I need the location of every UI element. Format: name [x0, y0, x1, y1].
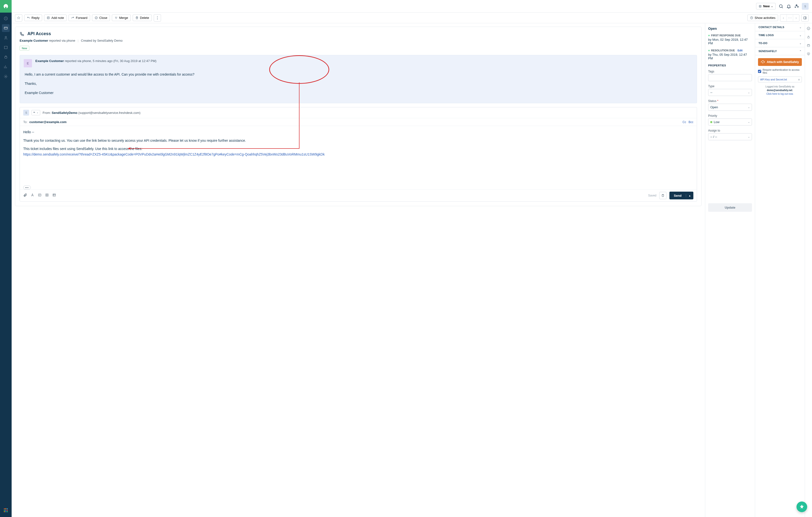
svg-point-4 — [5, 76, 6, 77]
svg-rect-14 — [808, 37, 810, 38]
lock-icon[interactable] — [807, 35, 810, 40]
ticket-status-label: Open — [708, 27, 752, 30]
priority-select[interactable]: Low⌄ — [708, 118, 752, 126]
shield-icon[interactable] — [807, 52, 810, 57]
update-button[interactable]: Update — [708, 203, 752, 212]
svg-rect-7 — [47, 17, 49, 19]
knowledge-base-icon[interactable] — [45, 193, 49, 198]
to-field[interactable]: customer@example.com — [29, 120, 66, 124]
nav-solutions[interactable] — [2, 44, 10, 51]
calendar-icon[interactable] — [807, 44, 810, 48]
reply-button[interactable]: Reply — [24, 15, 42, 21]
more-button[interactable]: ⋮ — [154, 14, 161, 22]
svg-rect-11 — [38, 194, 41, 196]
freshworks-launcher[interactable] — [796, 501, 807, 512]
ticket-main: API Access Example Customer reported via… — [11, 23, 705, 517]
status-dot — [708, 35, 710, 36]
add-note-button[interactable]: Add note — [44, 15, 66, 21]
toggle-sidepanel[interactable] — [801, 14, 809, 22]
attached-file[interactable]: API Key and Secret.txtx — [758, 77, 802, 82]
sendsafely-panel: Attach with SendSafely Require authentic… — [755, 55, 805, 99]
status-dot — [708, 50, 710, 51]
whats-new-icon[interactable] — [794, 4, 799, 9]
edit-resolution[interactable]: Edit — [737, 49, 743, 52]
user-avatar[interactable]: S — [802, 3, 809, 10]
send-caret[interactable]: ▲ — [686, 194, 693, 197]
ticket-toolbar: Reply Add note Forward Close Merge Delet… — [11, 12, 812, 23]
nav-apps[interactable] — [2, 506, 10, 514]
accordion-sendsafely[interactable]: SENDSAFELY⌃ — [755, 47, 805, 55]
nav-automations[interactable] — [2, 53, 10, 61]
reply-body[interactable]: Hello -- Thank you for contacting us. Yo… — [20, 126, 697, 184]
pager-dots[interactable]: ⋯ — [787, 15, 793, 21]
reported-via: reported via phone — [49, 39, 75, 43]
assign-select[interactable]: -- / --⌄ — [708, 133, 752, 140]
remove-file-icon[interactable]: x — [799, 78, 800, 81]
accordion-timelogs[interactable]: TIME LOGS⌄ — [755, 31, 805, 39]
svg-rect-16 — [808, 54, 809, 54]
table-icon[interactable] — [52, 193, 56, 198]
merge-button[interactable]: Merge — [112, 15, 131, 21]
svg-rect-1 — [4, 27, 7, 29]
accordion-todo[interactable]: TO-DO⌄ — [755, 39, 805, 47]
customer-name: Example Customer — [20, 39, 48, 43]
show-activities-button[interactable]: Show activities — [747, 15, 778, 21]
notification-icon[interactable] — [786, 4, 791, 9]
created-by: SendSafely Demo — [97, 39, 122, 43]
cc-button[interactable]: Cc — [683, 120, 686, 124]
cloud-upload-icon: Attach with SendSafely — [767, 60, 799, 64]
customer-avatar: E — [24, 59, 32, 67]
canned-response-icon[interactable] — [38, 193, 41, 198]
send-button[interactable]: Send ▲ — [669, 192, 693, 199]
svg-rect-3 — [5, 56, 7, 58]
search-icon[interactable] — [779, 4, 783, 9]
left-nav — [0, 0, 11, 517]
brand-icon[interactable] — [0, 0, 11, 12]
delete-button[interactable]: Delete — [133, 15, 152, 21]
sendsafely-login-info: Logged into SendSafely as demo@sendsafel… — [758, 85, 802, 96]
tags-input[interactable] — [708, 74, 752, 81]
close-button[interactable]: Close — [92, 15, 110, 21]
apps-panel: CONTACT DETAILS⌄ TIME LOGS⌄ TO-DO⌄ SENDS… — [755, 23, 805, 517]
reply-composer: S ⌄ From: SendSafelyDemo (support@sendsa… — [20, 107, 697, 201]
svg-rect-15 — [807, 45, 810, 47]
prev-ticket[interactable]: ‹ — [780, 15, 787, 21]
reply-type-button[interactable]: ⌄ — [31, 110, 40, 115]
bcc-button[interactable]: Bcc — [689, 120, 693, 124]
info-icon[interactable] — [807, 27, 810, 31]
require-auth-checkbox[interactable]: Require authentication to access files — [758, 68, 802, 74]
svg-rect-12 — [53, 194, 56, 196]
discard-button[interactable] — [659, 192, 667, 199]
svg-point-8 — [95, 17, 97, 19]
svg-point-6 — [779, 5, 782, 7]
right-strip — [805, 23, 812, 517]
nav-contacts[interactable] — [2, 34, 10, 42]
text-format-icon[interactable] — [30, 193, 34, 198]
next-ticket[interactable]: › — [793, 15, 799, 21]
header: New ⌄ S — [11, 0, 812, 12]
attach-icon[interactable] — [23, 193, 27, 198]
ticket-pager: ‹ ⋯ › — [780, 14, 800, 22]
type-select[interactable]: --⌄ — [708, 89, 752, 96]
nav-admin[interactable] — [2, 73, 10, 80]
svg-point-2 — [5, 36, 6, 38]
status-select[interactable]: Open⌄ — [708, 104, 752, 111]
new-button[interactable]: New ⌄ — [756, 3, 776, 9]
expand-quoted[interactable]: ••• — [23, 186, 31, 189]
chevron-down-icon: ⌄ — [771, 5, 773, 7]
accordion-contact[interactable]: CONTACT DETAILS⌄ — [755, 23, 805, 31]
sendsafely-link[interactable]: https://demo.sendsafely.com/receive/?thr… — [23, 153, 325, 156]
status-badge: New — [20, 46, 29, 51]
nav-tickets[interactable] — [2, 24, 10, 32]
nav-dashboard[interactable] — [2, 15, 10, 22]
nav-reports[interactable] — [2, 63, 10, 71]
saved-label: Saved — [648, 194, 656, 197]
attach-sendsafely-button[interactable]: Attach with SendSafely — [758, 58, 802, 66]
star-button[interactable] — [15, 14, 22, 22]
ticket-title: API Access — [27, 31, 51, 36]
forward-button[interactable]: Forward — [68, 15, 90, 21]
properties-panel: Open FIRST RESPONSE DUE by Mon, 02 Sep 2… — [705, 23, 755, 517]
original-message: E Example Customer reported via phone, 5… — [20, 55, 697, 103]
logout-link[interactable]: Click here to log out now. — [766, 92, 793, 95]
svg-rect-10 — [804, 17, 806, 19]
